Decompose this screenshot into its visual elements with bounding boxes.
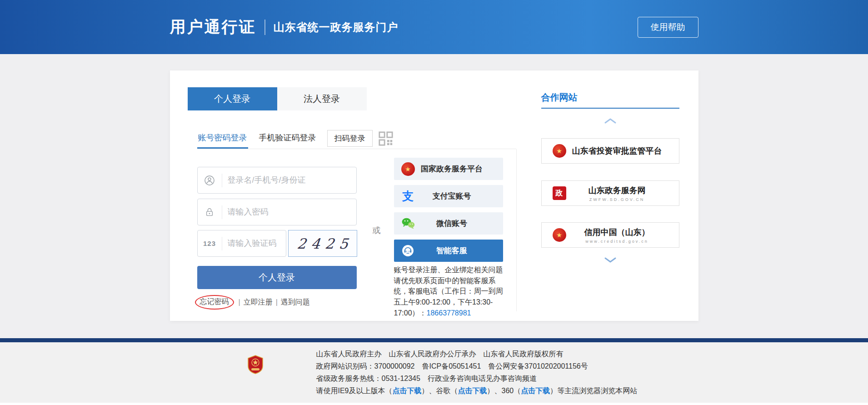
chrome-download-link[interactable]: 点击下载 (458, 387, 487, 395)
alipay-icon: 支 (401, 189, 415, 204)
footer-divider-bar (0, 338, 868, 342)
tp-smart-service[interactable]: 智能客服 (394, 240, 503, 262)
tp-label: 国家政务服务平台 (415, 164, 489, 174)
chevron-up-icon[interactable] (604, 118, 617, 124)
partner-site-name: 山东省投资审批监管平台 (566, 145, 668, 156)
login-type-tabs: 个人登录 法人登录 (188, 87, 367, 110)
password-input[interactable] (222, 207, 356, 217)
qr-code-icon[interactable] (378, 131, 394, 146)
problem-link[interactable]: 遇到问题 (281, 298, 310, 307)
login-card: 个人登录 法人登录 账号密码登录 手机验证码登录 扫码登录 (170, 70, 698, 321)
gov-seal-icon: 政 (553, 186, 566, 200)
tab-personal-login[interactable]: 个人登录 (188, 87, 277, 110)
tp-alipay[interactable]: 支 支付宝账号 (394, 185, 503, 207)
national-emblem-icon: ★ (401, 162, 415, 176)
password-field-wrap (197, 199, 357, 225)
username-input[interactable] (222, 175, 356, 185)
or-divider: 或 (373, 225, 381, 236)
portal-subtitle: 山东省统一政务服务门户 (274, 20, 399, 35)
third-party-login-list: ★ 国家政务服务平台 支 支付宝账号 (394, 158, 503, 267)
brand: 用户通行证 山东省统一政务服务门户 (170, 16, 399, 38)
username-field-wrap (197, 167, 357, 194)
footer-line-sponsor: 山东省人民政府主办 山东省人民政府办公厅承办 山东省人民政府版权所有 (316, 348, 638, 360)
tp-label: 微信账号 (415, 218, 489, 229)
browser-text: ）、谷歌（ (422, 387, 458, 395)
login-method-tabs: 账号密码登录 手机验证码登录 扫码登录 (197, 128, 516, 149)
national-emblem-icon: ★ (553, 144, 566, 158)
partner-title-underline (541, 108, 679, 109)
browser-text: ）、360（ (487, 387, 521, 395)
tp-label: 支付宝账号 (415, 191, 489, 201)
footer-line-icp: 政府网站识别码：3700000092 鲁ICP备05051451 鲁公网安备37… (316, 360, 638, 372)
chevron-down-icon[interactable] (604, 257, 617, 263)
tp-national-platform[interactable]: ★ 国家政务服务平台 (394, 158, 503, 180)
link-separator: | (276, 298, 278, 306)
tp-wechat[interactable]: 微信账号 (394, 212, 503, 235)
forgot-password-link[interactable]: 忘记密码 (200, 298, 229, 305)
partner-site-url: www.creditsd.gov.cn (566, 239, 668, 244)
ie-download-link[interactable]: 点击下载 (393, 387, 422, 395)
main-area: 个人登录 法人登录 账号密码登录 手机验证码登录 扫码登录 (0, 54, 868, 338)
helper-links: 忘记密码 | 立即注册 | 遇到问题 (195, 295, 310, 310)
captcha-field-wrap: 123 (197, 230, 286, 257)
tab-password-login[interactable]: 账号密码登录 (197, 128, 248, 149)
title-divider (264, 20, 265, 35)
national-emblem-icon: ★ (553, 228, 566, 242)
browser-text: 请使用IE9及以上版本（ (316, 387, 393, 395)
header: 用户通行证 山东省统一政务服务门户 使用帮助 (0, 0, 868, 54)
service-phone-link[interactable]: 18663778981 (427, 309, 471, 317)
partner-site-name: 山东政务服务网 (566, 185, 668, 196)
tab-sms-login[interactable]: 手机验证码登录 (258, 128, 317, 149)
tab-legal-login[interactable]: 法人登录 (277, 87, 367, 110)
link-separator: | (239, 298, 240, 306)
browser360-download-link[interactable]: 点击下载 (521, 387, 550, 395)
partner-card-investment-platform[interactable]: ★ 山东省投资审批监管平台 (541, 138, 679, 164)
partner-sites-title: 合作网站 (541, 91, 578, 104)
register-link[interactable]: 立即注册 (244, 298, 273, 307)
vertical-divider (516, 149, 517, 311)
help-button[interactable]: 使用帮助 (638, 17, 698, 38)
service-notice: 账号登录注册、企业绑定相关问题请优先联系页面中的智能客服系统，客服电话（工作日：… (394, 265, 507, 318)
footer-line-hotline: 省级政务服务热线：0531-12345 行政业务咨询电话见办事咨询频道 (316, 372, 638, 385)
partner-card-zwfw[interactable]: 政 山东政务服务网 ZWFW.SD.GOV.CN (541, 180, 679, 206)
wechat-icon (401, 216, 415, 231)
footer-line-browser: 请使用IE9及以上版本（点击下载）、谷歌（点击下载）、360（点击下载）等主流浏… (316, 385, 638, 397)
personal-login-button[interactable]: 个人登录 (197, 266, 357, 289)
captcha-image[interactable]: 2425 (288, 230, 357, 257)
page-title: 用户通行证 (170, 16, 256, 38)
captcha-value: 2425 (291, 235, 354, 252)
numbers-icon: 123 (198, 237, 222, 250)
tab-scan-login[interactable]: 扫码登录 (327, 130, 373, 147)
forgot-password-highlight-circle: 忘记密码 (195, 295, 234, 310)
user-icon (198, 174, 222, 187)
tp-label: 智能客服 (415, 245, 489, 256)
partner-card-credit-china[interactable]: ★ 信用中国（山东） www.creditsd.gov.cn (541, 222, 679, 248)
customer-service-icon (401, 244, 415, 258)
footer: 山东省人民政府主办 山东省人民政府办公厅承办 山东省人民政府版权所有 政府网站识… (0, 342, 868, 403)
browser-text: ）等主流浏览器浏览本网站 (550, 387, 637, 395)
gov-shield-badge-icon[interactable] (247, 355, 264, 376)
partner-site-url: ZWFW.SD.GOV.CN (566, 197, 668, 202)
captcha-input[interactable] (222, 239, 286, 248)
partner-site-name: 信用中国（山东） (566, 227, 668, 238)
lock-icon (198, 205, 222, 219)
